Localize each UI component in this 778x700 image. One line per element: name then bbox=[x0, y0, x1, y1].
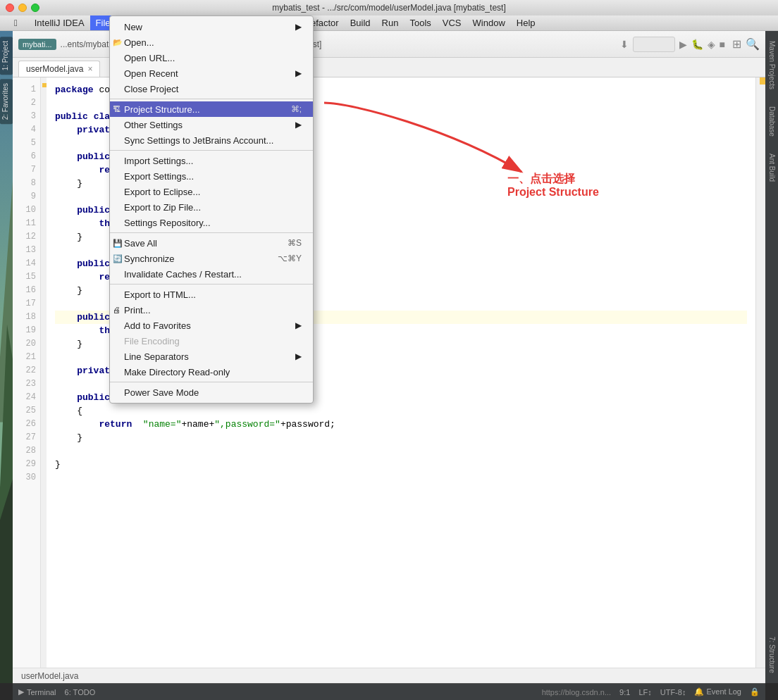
terminal-label: Terminal bbox=[27, 688, 56, 696]
stop-icon[interactable]: ■ bbox=[720, 39, 725, 50]
menu-intellij[interactable]: IntelliJ IDEA bbox=[29, 15, 90, 30]
menu-export-eclipse[interactable]: Export to Eclipse... bbox=[110, 184, 313, 199]
debug-icon[interactable]: 🐛 bbox=[691, 39, 703, 50]
window-title: mybatis_test - .../src/com/model/userMod… bbox=[272, 3, 505, 13]
menu-open-recent[interactable]: Open Recent ▶ bbox=[110, 65, 313, 81]
vertical-scrollbar[interactable] bbox=[755, 77, 765, 668]
active-tab[interactable]: userModel.java × bbox=[18, 61, 100, 77]
menu-window[interactable]: Window bbox=[467, 15, 511, 30]
status-position: 9:1 bbox=[619, 688, 630, 696]
menu-power-save[interactable]: Power Save Mode bbox=[110, 385, 313, 400]
close-button[interactable] bbox=[6, 4, 14, 12]
search-icon[interactable]: 🔍 bbox=[746, 37, 760, 51]
traffic-lights bbox=[6, 4, 39, 12]
bottom-filename-bar: userModel.java bbox=[13, 668, 765, 683]
menu-line-separators-label: Line Separators bbox=[124, 351, 189, 362]
menu-line-separators[interactable]: Line Separators ▶ bbox=[110, 349, 313, 364]
maven-panel-tab[interactable]: Maven Projects bbox=[767, 37, 777, 94]
menu-settings-repo-label: Settings Repository... bbox=[124, 218, 211, 228]
menu-settings-repo[interactable]: Settings Repository... bbox=[110, 215, 313, 230]
todo-tab[interactable]: 6: TODO bbox=[65, 688, 96, 696]
menu-print-label: Print... bbox=[124, 305, 151, 315]
menu-other-settings[interactable]: Other Settings ▶ bbox=[110, 117, 313, 132]
menu-new[interactable]: New ▶ bbox=[110, 19, 313, 35]
menu-vcs[interactable]: VCS bbox=[437, 15, 467, 30]
menu-save-all-label: Save All bbox=[124, 238, 157, 249]
recent-submenu-arrow: ▶ bbox=[295, 68, 302, 78]
menu-close-project[interactable]: Close Project bbox=[110, 81, 313, 96]
menu-project-structure[interactable]: 🏗 Project Structure... ⌘; bbox=[110, 101, 313, 117]
menu-open-label: Open... bbox=[124, 37, 154, 48]
database-panel-tab[interactable]: Database bbox=[767, 102, 777, 141]
menu-project-structure-label: Project Structure... bbox=[124, 104, 200, 115]
left-sidebar: 1: Project 2: Favorites bbox=[0, 31, 13, 683]
status-bar: ▶ Terminal 6: TODO https://blog.csdn.n..… bbox=[13, 683, 765, 700]
code-line-26: return "name="+name+",password="+passwor… bbox=[55, 418, 747, 431]
menu-build[interactable]: Build bbox=[345, 15, 376, 30]
menu-invalidate-caches[interactable]: Invalidate Caches / Restart... bbox=[110, 266, 313, 282]
menu-synchronize-label: Synchronize bbox=[124, 254, 175, 264]
synchronize-shortcut: ⌥⌘Y bbox=[278, 254, 302, 263]
favorites-submenu-arrow: ▶ bbox=[295, 320, 302, 330]
menu-synchronize[interactable]: 🔄 Synchronize ⌥⌘Y bbox=[110, 251, 313, 266]
status-encoding[interactable]: UTF-8↕ bbox=[660, 688, 686, 696]
menu-open-url-label: Open URL... bbox=[124, 53, 175, 63]
apple-menu[interactable]:  bbox=[8, 15, 23, 30]
run-icon[interactable]: ▶ bbox=[679, 39, 687, 50]
menu-help[interactable]: Help bbox=[511, 15, 541, 30]
save-all-shortcut: ⌘S bbox=[288, 238, 302, 248]
favorites-panel-tab[interactable]: 2: Favorites bbox=[0, 79, 13, 124]
current-filename: userModel.java bbox=[21, 671, 78, 681]
right-sidebar: Maven Projects Database Ant Build bbox=[765, 31, 778, 683]
code-line-29: } bbox=[55, 458, 747, 471]
status-line-ending[interactable]: LF↕ bbox=[638, 688, 651, 696]
structure-tab[interactable]: 7: Structure bbox=[765, 627, 778, 683]
menu-add-favorites[interactable]: Add to Favorites ▶ bbox=[110, 318, 313, 333]
menu-other-settings-label: Other Settings bbox=[124, 120, 183, 130]
menu-sync-settings[interactable]: Sync Settings to JetBrains Account... bbox=[110, 132, 313, 148]
sync-icon: 🔄 bbox=[113, 254, 123, 263]
new-submenu-arrow: ▶ bbox=[295, 22, 302, 32]
separator-5 bbox=[110, 382, 313, 382]
menu-open-recent-label: Open Recent bbox=[124, 68, 178, 79]
branch-selector[interactable] bbox=[633, 37, 675, 52]
ant-panel-tab[interactable]: Ant Build bbox=[767, 149, 777, 186]
project-panel-tab[interactable]: 1: Project bbox=[0, 37, 13, 75]
code-line-25: { bbox=[55, 404, 747, 418]
menu-export-zip[interactable]: Export to Zip File... bbox=[110, 199, 313, 215]
lock-icon: 🔒 bbox=[750, 687, 760, 696]
layout-icon[interactable]: ⊞ bbox=[732, 37, 741, 51]
menu-save-all[interactable]: 💾 Save All ⌘S bbox=[110, 235, 313, 251]
minimize-button[interactable] bbox=[18, 4, 27, 12]
separator-2 bbox=[110, 150, 313, 151]
structure-icon: 🏗 bbox=[113, 105, 121, 113]
project-badge: mybati... bbox=[18, 39, 56, 50]
coverage-icon[interactable]: ◈ bbox=[708, 39, 715, 50]
gutter-indicators bbox=[41, 77, 47, 668]
maximize-button[interactable] bbox=[31, 4, 39, 12]
event-log-tab[interactable]: 🔔 Event Log bbox=[694, 687, 741, 696]
line-sep-submenu-arrow: ▶ bbox=[295, 351, 302, 361]
tab-close-icon[interactable]: × bbox=[87, 64, 92, 74]
menu-export-html[interactable]: Export to HTML... bbox=[110, 287, 313, 302]
menu-export-settings-label: Export Settings... bbox=[124, 171, 194, 182]
menu-sync-settings-label: Sync Settings to JetBrains Account... bbox=[124, 135, 273, 146]
menu-make-dir-readonly[interactable]: Make Directory Read-only bbox=[110, 364, 313, 380]
menu-export-settings[interactable]: Export Settings... bbox=[110, 168, 313, 184]
menu-run[interactable]: Run bbox=[376, 15, 405, 30]
menu-import-settings[interactable]: Import Settings... bbox=[110, 153, 313, 168]
event-log-icon: 🔔 bbox=[694, 687, 704, 696]
menu-tools[interactable]: Tools bbox=[404, 15, 436, 30]
code-line-27: } bbox=[55, 431, 747, 444]
todo-label: 6: TODO bbox=[65, 688, 96, 696]
terminal-tab[interactable]: ▶ Terminal bbox=[18, 687, 56, 696]
event-log-label: Event Log bbox=[706, 687, 741, 696]
scroll-indicator-top bbox=[760, 77, 765, 85]
save-icon: 💾 bbox=[113, 239, 123, 248]
menu-print[interactable]: 🖨 Print... bbox=[110, 302, 313, 318]
menu-open-url[interactable]: Open URL... bbox=[110, 50, 313, 65]
menu-file-encoding[interactable]: File Encoding bbox=[110, 333, 313, 349]
menu-open[interactable]: 📂 Open... bbox=[110, 35, 313, 50]
download-icon[interactable]: ⬇ bbox=[620, 39, 629, 50]
menu-export-html-label: Export to HTML... bbox=[124, 289, 196, 300]
